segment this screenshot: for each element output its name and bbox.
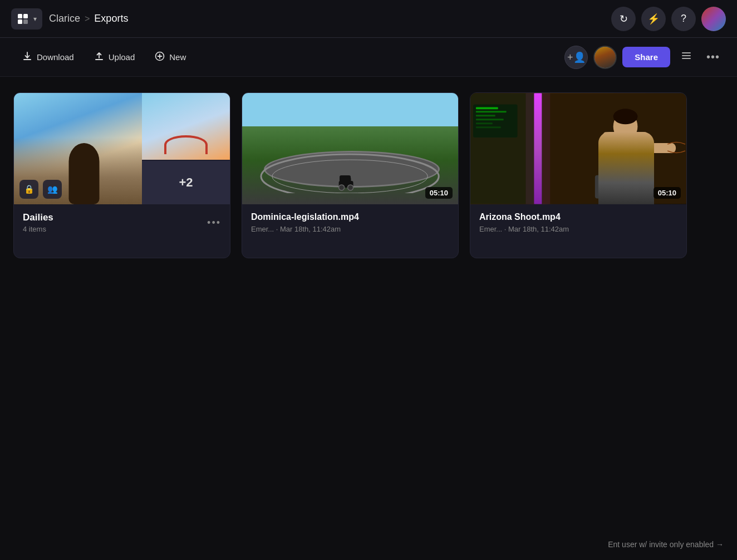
svg-point-15: [348, 185, 353, 190]
folder-card-dailies[interactable]: +2 🔒 👥 Dailies 4 items •••: [13, 92, 230, 258]
svg-rect-24: [628, 175, 640, 200]
breadcrumb-current: Exports: [94, 13, 128, 24]
svg-rect-29: [476, 107, 498, 109]
new-label: New: [169, 52, 186, 62]
collaborator-avatar: [593, 46, 617, 69]
svg-rect-5: [95, 59, 103, 60]
toolbar-right-actions: +👤 Share •••: [564, 46, 724, 69]
svg-rect-27: [595, 175, 648, 199]
video-info-dominica: Dominica-legislation.mp4 Emer... · Mar 1…: [242, 204, 458, 239]
new-button[interactable]: New: [146, 47, 195, 67]
refresh-icon: ↻: [620, 13, 628, 25]
svg-rect-23: [609, 175, 621, 200]
refresh-button[interactable]: ↻: [611, 7, 636, 31]
lightning-icon: ⚡: [647, 13, 660, 25]
lock-badge: 🔒: [19, 180, 38, 199]
folder-name: Dailies: [23, 212, 53, 223]
svg-rect-3: [23, 19, 28, 24]
upload-label: Upload: [109, 52, 135, 62]
breadcrumb-root[interactable]: Clarice: [49, 13, 80, 24]
video-duration-badge: 05:10: [425, 187, 453, 199]
plus-circle-icon: [155, 51, 165, 63]
user-group-icon: 👥: [47, 184, 58, 194]
top-navigation: ▾ Clarice > Exports ↻ ⚡ ?: [0, 0, 737, 38]
more-options-button[interactable]: •••: [702, 47, 724, 68]
svg-rect-31: [476, 115, 495, 116]
svg-rect-1: [23, 14, 28, 18]
svg-rect-19: [525, 94, 550, 204]
svg-rect-0: [18, 14, 22, 18]
race-track-svg: [253, 149, 447, 193]
footer-note: Ent user w/ invite only enabled →: [608, 540, 724, 549]
svg-rect-33: [476, 122, 493, 124]
download-icon: [22, 51, 32, 63]
main-content: +2 🔒 👥 Dailies 4 items •••: [0, 77, 737, 560]
svg-rect-4: [23, 59, 31, 60]
logo-dropdown-button[interactable]: ▾: [11, 8, 42, 30]
list-view-icon: [681, 50, 692, 64]
download-label: Download: [37, 52, 74, 62]
video-meta: Emer... · Mar 18th, 11:42am: [251, 225, 449, 233]
download-button[interactable]: Download: [13, 47, 83, 67]
video-meta-arizona: Emer... · Mar 18th, 11:42am: [479, 225, 677, 233]
svg-rect-28: [473, 104, 518, 137]
add-user-icon: +👤: [567, 51, 586, 63]
folder-info: Dailies 4 items •••: [14, 204, 230, 240]
video-title: Dominica-legislation.mp4: [251, 212, 449, 222]
help-button[interactable]: ?: [671, 7, 696, 31]
svg-rect-7: [682, 52, 691, 53]
items-grid: +2 🔒 👥 Dailies 4 items •••: [13, 92, 724, 258]
question-mark-icon: ?: [681, 13, 686, 24]
svg-rect-13: [341, 178, 351, 182]
breadcrumb-separator: >: [85, 14, 90, 24]
upload-icon: [94, 51, 104, 63]
svg-point-22: [613, 109, 638, 124]
breadcrumb: Clarice > Exports: [49, 13, 128, 24]
folder-more-button[interactable]: •••: [207, 217, 221, 229]
user-avatar-image: [701, 7, 726, 31]
add-user-button[interactable]: +👤: [564, 46, 588, 69]
upload-button[interactable]: Upload: [85, 47, 144, 67]
share-label: Share: [635, 52, 658, 62]
svg-rect-9: [682, 58, 691, 59]
list-view-button[interactable]: [676, 47, 697, 68]
svg-rect-34: [476, 126, 501, 128]
footer-link[interactable]: Ent user w/ invite only enabled →: [608, 540, 724, 549]
folder-thumbnail-side: +2: [142, 93, 230, 204]
video-thumbnail-racing: 05:10: [242, 93, 458, 204]
svg-rect-25: [645, 143, 676, 153]
folder-badges: 🔒 👥: [19, 180, 62, 199]
video-duration-badge-arizona: 05:10: [654, 187, 681, 199]
activity-button[interactable]: ⚡: [641, 7, 666, 31]
svg-rect-20: [603, 132, 648, 176]
video-card-dominica[interactable]: 05:10 Dominica-legislation.mp4 Emer... ·…: [242, 92, 459, 258]
nav-right: ↻ ⚡ ?: [611, 7, 726, 31]
logo-chevron-icon: ▾: [33, 15, 37, 23]
frameio-logo-icon: [17, 13, 29, 25]
folder-extra-count: +2: [142, 161, 230, 204]
user-badge: 👥: [43, 180, 62, 199]
folder-thumbnail: +2 🔒 👥: [14, 93, 230, 204]
svg-point-14: [339, 185, 345, 190]
nav-left: ▾ Clarice > Exports: [11, 8, 128, 30]
svg-rect-30: [476, 111, 507, 112]
lock-icon: 🔒: [24, 184, 35, 194]
folder-thumbnail-top-right: [142, 93, 230, 160]
toolbar: Download Upload New +👤 Share: [0, 38, 737, 77]
share-button[interactable]: Share: [622, 47, 670, 67]
svg-rect-2: [18, 19, 22, 24]
svg-rect-8: [682, 55, 691, 56]
video-info-arizona: Arizona Shoot.mp4 Emer... · Mar 18th, 11…: [470, 204, 686, 239]
video-title-arizona: Arizona Shoot.mp4: [479, 212, 677, 222]
folder-item-count: 4 items: [23, 225, 53, 233]
ellipsis-icon: •••: [706, 51, 720, 63]
svg-rect-32: [476, 119, 504, 120]
video-card-arizona[interactable]: 05:10 Arizona Shoot.mp4 Emer... · Mar 18…: [470, 92, 687, 258]
user-avatar-button[interactable]: [701, 7, 726, 31]
video-thumbnail-studio: 05:10: [470, 93, 686, 204]
